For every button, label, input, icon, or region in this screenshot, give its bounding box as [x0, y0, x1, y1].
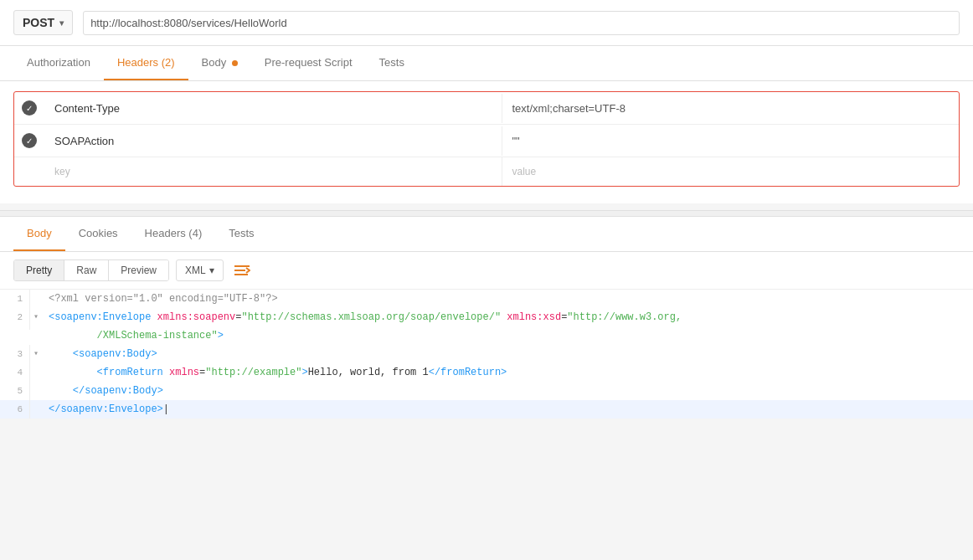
header-row-placeholder: key value [14, 157, 959, 186]
line-number-4: 4 [0, 363, 30, 382]
checkmark-2: ✓ [22, 133, 37, 148]
url-input[interactable] [83, 11, 960, 35]
method-label: POST [23, 16, 54, 29]
line-toggle-1 [30, 290, 42, 293]
line-toggle-2b [30, 326, 42, 330]
code-line-4: 4 <fromReturn xmlns="http://example">Hel… [0, 363, 973, 382]
code-line-2b: /XMLSchema-instance"> [0, 326, 973, 345]
wrap-button[interactable] [230, 259, 254, 282]
line-toggle-5 [30, 382, 42, 385]
method-chevron: ▾ [59, 18, 64, 28]
headers-table: ✓ Content-Type text/xml;charset=UTF-8 ✓ … [13, 91, 960, 187]
line-content-4: <fromReturn xmlns="http://example">Hello… [42, 363, 513, 382]
line-number-6: 6 [0, 400, 30, 419]
line-content-1: <?xml version="1.0" encoding="UTF-8"?> [42, 290, 285, 308]
header-checkbox-2[interactable]: ✓ [14, 125, 44, 157]
header-value-2[interactable]: "" [502, 126, 960, 156]
checkmark-1: ✓ [22, 100, 37, 116]
line-toggle-2[interactable]: ▾ [30, 308, 42, 326]
header-checkbox-placeholder [14, 163, 44, 180]
header-value-1[interactable]: text/xml;charset=UTF-8 [502, 94, 960, 123]
line-number-2b [0, 326, 30, 330]
line-number-3: 3 [0, 345, 30, 363]
tab-headers[interactable]: Headers (2) [104, 46, 188, 80]
line-content-6: </soapenv:Envelope>| [42, 400, 176, 419]
tab-response-headers[interactable]: Headers (4) [131, 217, 216, 251]
code-line-2: 2 ▾ <soapenv:Envelope xmlns:soapenv="htt… [0, 308, 973, 326]
url-bar: POST ▾ [0, 0, 973, 46]
line-number-2: 2 [0, 308, 30, 326]
code-line-3: 3 ▾ <soapenv:Body> [0, 345, 973, 363]
headers-badge: (2) [162, 56, 175, 69]
headers-section: ✓ Content-Type text/xml;charset=UTF-8 ✓ … [0, 81, 973, 203]
tab-body[interactable]: Body [188, 46, 251, 80]
request-tabs: Authorization Headers (2) Body Pre-reque… [0, 46, 973, 81]
tab-tests-response[interactable]: Tests [215, 217, 267, 251]
header-value-placeholder[interactable]: value [502, 157, 960, 186]
section-separator [0, 210, 973, 217]
code-line-1: 1 <?xml version="1.0" encoding="UTF-8"?> [0, 290, 973, 308]
line-toggle-6 [30, 400, 42, 403]
header-row-1: ✓ Content-Type text/xml;charset=UTF-8 [14, 92, 959, 125]
line-number-5: 5 [0, 382, 30, 400]
header-checkbox-1[interactable]: ✓ [14, 92, 44, 124]
line-content-2b: /XMLSchema-instance"> [42, 326, 230, 345]
tab-tests-request[interactable]: Tests [366, 46, 418, 80]
language-label: XML [185, 265, 206, 276]
tab-authorization[interactable]: Authorization [13, 46, 104, 80]
line-content-2: <soapenv:Envelope xmlns:soapenv="http://… [42, 308, 688, 326]
code-line-6: 6 </soapenv:Envelope>| [0, 400, 973, 419]
tab-response-body[interactable]: Body [13, 217, 65, 251]
header-key-placeholder[interactable]: key [44, 157, 502, 186]
format-group: Pretty Raw Preview [13, 259, 169, 281]
header-key-1[interactable]: Content-Type [44, 94, 502, 123]
line-content-3: <soapenv:Body> [42, 345, 164, 363]
line-number-1: 1 [0, 290, 30, 308]
tab-cookies[interactable]: Cookies [65, 217, 131, 251]
response-tabs: Body Cookies Headers (4) Tests [0, 217, 973, 252]
code-viewer: 1 <?xml version="1.0" encoding="UTF-8"?>… [0, 290, 973, 419]
header-key-2[interactable]: SOAPAction [44, 126, 502, 156]
language-selector[interactable]: XML ▾ [176, 259, 224, 281]
line-content-5: </soapenv:Body> [42, 382, 170, 400]
line-toggle-4 [30, 363, 42, 367]
body-dot [232, 60, 238, 66]
body-controls: Pretty Raw Preview XML ▾ [0, 252, 973, 290]
format-preview[interactable]: Preview [109, 260, 168, 280]
line-toggle-3[interactable]: ▾ [30, 345, 42, 363]
tab-pre-request-script[interactable]: Pre-request Script [251, 46, 366, 80]
lang-chevron: ▾ [209, 265, 214, 276]
format-raw[interactable]: Raw [64, 260, 109, 280]
code-line-5: 5 </soapenv:Body> [0, 382, 973, 400]
format-pretty[interactable]: Pretty [14, 260, 64, 280]
header-row-2: ✓ SOAPAction "" [14, 125, 959, 157]
method-selector[interactable]: POST ▾ [13, 10, 73, 35]
